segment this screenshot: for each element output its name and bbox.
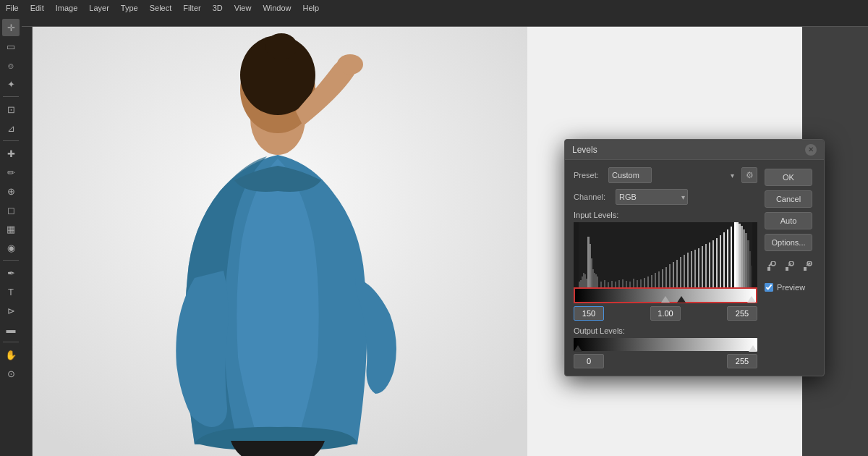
output-levels-label: Output Levels: <box>574 326 757 335</box>
menu-type[interactable]: Type <box>121 4 138 12</box>
output-values-row <box>574 354 757 368</box>
svg-rect-46 <box>691 251 692 287</box>
svg-rect-38 <box>662 269 663 287</box>
menu-3d[interactable]: 3D <box>213 4 223 12</box>
tool-zoom[interactable]: ⊙ <box>2 365 20 382</box>
tool-text[interactable]: T <box>2 283 20 300</box>
eyedropper-gray-button[interactable] <box>783 258 798 274</box>
svg-point-6 <box>337 54 363 75</box>
dialog-right-panel: OK Cancel Auto Options... <box>765 167 815 368</box>
cancel-button[interactable]: Cancel <box>765 190 812 208</box>
svg-rect-45 <box>687 253 689 287</box>
tool-eyedropper[interactable]: ⊿ <box>2 119 20 137</box>
eyedropper-white-button[interactable] <box>800 258 815 274</box>
svg-rect-37 <box>658 271 660 287</box>
svg-rect-63 <box>745 233 747 287</box>
options-button[interactable]: Options... <box>765 234 812 251</box>
svg-rect-30 <box>633 279 634 287</box>
svg-rect-13 <box>586 279 587 287</box>
menu-help[interactable]: Help <box>303 4 320 12</box>
svg-rect-40 <box>669 264 671 287</box>
svg-rect-51 <box>709 242 710 287</box>
ruler-vertical <box>22 27 33 456</box>
toolbar-divider-3 <box>3 260 19 261</box>
tool-blur[interactable]: ◉ <box>2 239 20 256</box>
white-slider-handle[interactable] <box>747 296 756 303</box>
tool-magic-wand[interactable]: ✦ <box>2 75 20 93</box>
svg-rect-27 <box>622 279 624 287</box>
svg-rect-49 <box>702 246 703 287</box>
tool-pen[interactable]: ✒ <box>2 264 20 282</box>
dialog-title: Levels <box>572 145 597 155</box>
svg-rect-62 <box>743 229 745 287</box>
svg-rect-16 <box>591 258 592 287</box>
eyedropper-white-icon <box>803 261 813 271</box>
svg-rect-52 <box>712 240 714 287</box>
menu-file[interactable]: File <box>6 4 19 12</box>
ok-button[interactable]: OK <box>765 169 812 186</box>
canvas-row: Levels ✕ Preset: <box>22 27 868 456</box>
svg-point-5 <box>265 33 297 59</box>
menu-view[interactable]: View <box>234 4 252 12</box>
levels-dialog: Levels ✕ Preset: <box>564 139 825 376</box>
svg-rect-36 <box>655 273 656 287</box>
svg-rect-23 <box>608 282 609 287</box>
output-black-value[interactable] <box>574 354 604 368</box>
output-black-handle[interactable] <box>574 345 582 352</box>
preview-checkbox[interactable] <box>765 283 773 292</box>
menu-layer[interactable]: Layer <box>89 4 109 12</box>
menu-image[interactable]: Image <box>56 4 78 12</box>
tool-hand[interactable]: ✋ <box>2 346 20 363</box>
output-white-value[interactable] <box>727 354 757 368</box>
preview-row: Preview <box>765 283 815 292</box>
svg-rect-15 <box>590 244 591 287</box>
main-area: ✛ ▭ ⌾ ✦ ⊡ ⊿ ✚ ✏ ⊕ ◻ ▦ ◉ ✒ T ⊳ ▬ ✋ ⊙ <box>0 16 868 456</box>
svg-rect-58 <box>734 222 736 287</box>
preset-dropdown[interactable]: Custom Default <box>608 167 652 183</box>
tool-crop[interactable]: ⊡ <box>2 101 20 118</box>
tool-gradient[interactable]: ▦ <box>2 220 20 237</box>
svg-rect-17 <box>592 269 594 287</box>
svg-rect-10 <box>582 276 583 287</box>
svg-rect-48 <box>698 248 699 287</box>
svg-rect-18 <box>594 273 595 287</box>
channel-dropdown[interactable]: RGB Red Green Blue <box>616 189 688 205</box>
output-white-handle[interactable] <box>749 345 757 352</box>
input-black-value[interactable] <box>574 306 604 321</box>
auto-button[interactable]: Auto <box>765 212 812 229</box>
tool-clone-stamp[interactable]: ⊕ <box>2 182 20 200</box>
input-white-value[interactable] <box>727 306 757 321</box>
input-slider-area[interactable] <box>574 287 757 303</box>
preset-select-wrapper: Custom Default <box>608 167 737 183</box>
tool-brush[interactable]: ✏ <box>2 164 20 181</box>
svg-rect-60 <box>739 224 741 287</box>
menu-window[interactable]: Window <box>263 4 291 12</box>
black-slider-handle[interactable] <box>677 296 686 303</box>
eyedropper-black-button[interactable] <box>765 258 780 274</box>
output-gradient-bar <box>574 338 757 351</box>
svg-rect-42 <box>676 260 678 287</box>
svg-rect-65 <box>749 251 751 287</box>
menu-edit[interactable]: Edit <box>30 4 44 12</box>
tool-move[interactable]: ✛ <box>2 19 20 36</box>
close-button[interactable]: ✕ <box>805 144 817 156</box>
tool-path-select[interactable]: ⊳ <box>2 302 20 319</box>
gamma-slider-handle[interactable] <box>661 296 670 303</box>
svg-rect-26 <box>618 280 620 287</box>
menu-select[interactable]: Select <box>150 4 172 12</box>
gear-settings-button[interactable]: ⚙ <box>741 167 757 183</box>
tool-shape[interactable]: ▬ <box>2 321 20 338</box>
svg-rect-41 <box>673 262 674 287</box>
svg-rect-73 <box>804 267 807 271</box>
svg-rect-67 <box>767 267 770 271</box>
channel-label: Channel: <box>574 193 611 201</box>
tool-eraser[interactable]: ◻ <box>2 201 20 219</box>
input-levels-label: Input Levels: <box>574 211 757 219</box>
input-gamma-value[interactable] <box>650 306 681 321</box>
tool-healing[interactable]: ✚ <box>2 145 20 162</box>
tool-select-rect[interactable]: ▭ <box>2 38 20 55</box>
svg-rect-21 <box>600 282 602 287</box>
menu-filter[interactable]: Filter <box>183 4 200 12</box>
svg-rect-11 <box>583 273 584 287</box>
tool-lasso[interactable]: ⌾ <box>2 56 20 74</box>
